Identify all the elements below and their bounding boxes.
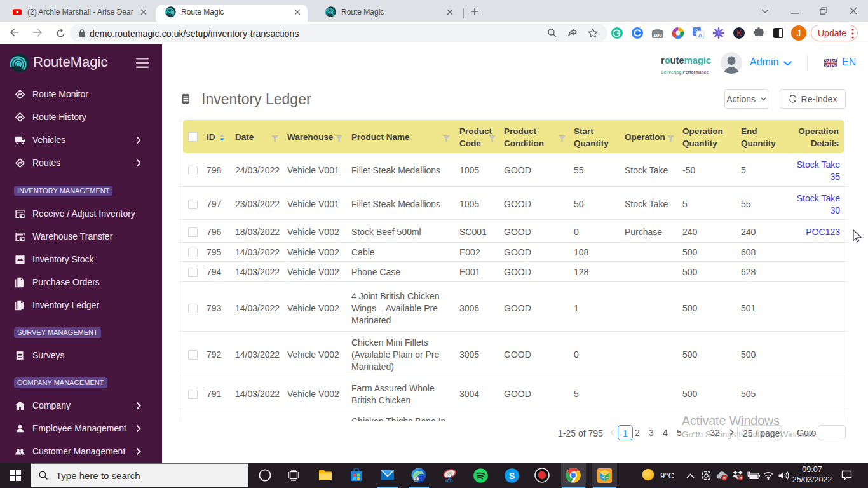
svg-text:S: S (509, 471, 515, 481)
svg-text:A: A (698, 32, 703, 39)
svg-text:w: w (606, 475, 609, 479)
svg-text:100: 100 (653, 32, 662, 38)
svg-text:K: K (736, 30, 742, 37)
svg-text:J: J (797, 29, 801, 38)
